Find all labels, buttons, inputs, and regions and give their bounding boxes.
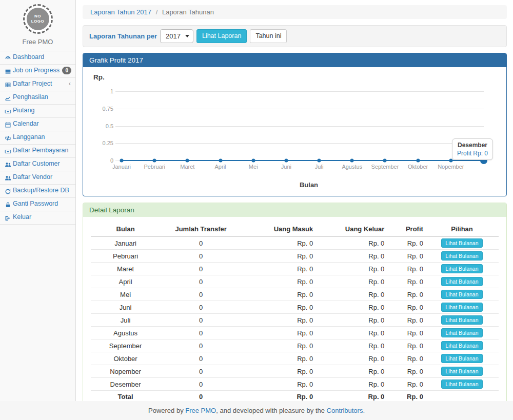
- sidebar-item-daftar-project[interactable]: Daftar Project‹: [0, 78, 75, 91]
- sidebar-item-langganan[interactable]: Langganan: [0, 131, 75, 145]
- cell-profit: Rp. 0: [386, 314, 425, 327]
- cell-uang-masuk: Rp. 0: [242, 339, 315, 352]
- lihat-bulanan-button[interactable]: Lihat Bulanan: [441, 315, 482, 325]
- breadcrumb-link[interactable]: Laporan Tahun 2017: [90, 8, 151, 16]
- filter-label: Laporan Tahunan per: [89, 32, 157, 40]
- cell-profit: Rp. 0: [386, 327, 425, 339]
- sidebar-item-piutang[interactable]: Piutang: [0, 105, 75, 118]
- lihat-laporan-button[interactable]: Lihat Laporan: [196, 29, 247, 43]
- chart-gridline: [115, 91, 484, 92]
- chart-ytick-label: 0.5: [95, 123, 113, 129]
- sidebar-menu: DashboardJob on Progress0Daftar Project‹…: [0, 51, 75, 225]
- cell-uang-keluar: Rp. 0: [315, 327, 386, 339]
- cell-jumlah-transfer: 0: [160, 378, 242, 391]
- chart-ytick-label: 0.25: [95, 140, 113, 146]
- sidebar-item-calendar[interactable]: Calendar: [0, 118, 75, 131]
- cell-bulan: Mei: [91, 288, 160, 301]
- table-row: Mei0Rp. 0Rp. 0Rp. 0Lihat Bulanan: [91, 288, 499, 301]
- chart-data-point-agustus: [350, 159, 354, 163]
- sidebar-item-daftar-customer[interactable]: Daftar Customer: [0, 158, 75, 171]
- chart-data-point-juli: [318, 159, 321, 163]
- sidebar-item-dashboard[interactable]: Dashboard: [0, 51, 75, 65]
- chart-data-point-oktober: [416, 159, 420, 163]
- chart-xtick-label: Maret: [180, 164, 194, 170]
- cell-uang-masuk: Rp. 0: [242, 301, 315, 314]
- lihat-bulanan-button[interactable]: Lihat Bulanan: [441, 277, 482, 286]
- cell-profit: Rp. 0: [386, 250, 425, 263]
- lihat-bulanan-button[interactable]: Lihat Bulanan: [441, 264, 482, 273]
- lihat-bulanan-button[interactable]: Lihat Bulanan: [441, 290, 482, 299]
- sidebar-item-daftar-vendor[interactable]: Daftar Vendor: [0, 171, 75, 185]
- sidebar-item-label: Daftar Vendor: [13, 173, 52, 181]
- cell-bulan: Oktober: [91, 352, 160, 365]
- chart-ytick-label: 0.75: [95, 106, 113, 112]
- cell-jumlah-transfer: 0: [160, 352, 242, 365]
- sidebar-item-daftar-pembayaran[interactable]: Daftar Pembayaran: [0, 145, 75, 158]
- sign-out-icon: [4, 214, 12, 222]
- cell-uang-keluar: Rp. 0: [315, 365, 386, 378]
- cell-bulan: Juli: [91, 314, 160, 327]
- cell-uang-masuk: Rp. 0: [242, 236, 315, 250]
- cell-uang-keluar: Rp. 0: [315, 288, 386, 301]
- footer-contributors-link[interactable]: Contributors.: [327, 407, 365, 414]
- chart-gridline: [115, 109, 484, 109]
- breadcrumb-current: Laporan Tahunan: [162, 8, 214, 16]
- cell-uang-masuk: Rp. 0: [242, 275, 315, 288]
- chart-panel-title: Grafik Profit 2017: [83, 53, 506, 67]
- table-row: Januari0Rp. 0Rp. 0Rp. 0Lihat Bulanan: [91, 236, 499, 250]
- sidebar-item-keluar[interactable]: Keluar: [0, 211, 75, 225]
- chevron-left-icon: ‹: [69, 79, 71, 87]
- sidebar-item-label: Dashboard: [13, 53, 44, 61]
- sidebar-item-penghasilan[interactable]: Penghasilan: [0, 91, 75, 105]
- cell-jumlah-transfer: 0: [160, 275, 242, 288]
- column-header: Pilihan: [425, 222, 499, 236]
- sidebar-item-backup-restore-db[interactable]: Backup/Restore DB: [0, 185, 75, 198]
- lihat-bulanan-button[interactable]: Lihat Bulanan: [441, 367, 482, 376]
- chart-data-point-januari: [120, 159, 124, 163]
- sidebar-item-label: Langganan: [13, 133, 45, 141]
- cell-uang-keluar: Rp. 0: [315, 275, 386, 288]
- cell-profit: Rp. 0: [386, 263, 425, 275]
- footer-app-link[interactable]: Free PMO: [185, 407, 216, 414]
- lihat-bulanan-button[interactable]: Lihat Bulanan: [441, 303, 482, 312]
- cell-bulan: April: [91, 275, 160, 288]
- lihat-bulanan-button[interactable]: Lihat Bulanan: [441, 354, 482, 363]
- chart-data-point-juni: [284, 159, 288, 163]
- app-name: Free PMO: [0, 38, 75, 46]
- cell-uang-keluar: Rp. 0: [315, 263, 386, 275]
- report-filter-panel: Laporan Tahunan per 2017 Lihat Laporan T…: [83, 25, 507, 47]
- profit-chart-plot: Desember Profit Rp: 0 00.250.50.751Janua…: [122, 91, 484, 161]
- sidebar-item-ganti-password[interactable]: Ganti Password: [0, 198, 75, 211]
- lihat-bulanan-button[interactable]: Lihat Bulanan: [441, 341, 482, 350]
- cell-jumlah-transfer: 0: [160, 263, 242, 275]
- chart-xtick-label: Pebruari: [144, 164, 165, 170]
- dashboard-icon: [4, 54, 12, 62]
- table-row: April0Rp. 0Rp. 0Rp. 0Lihat Bulanan: [91, 275, 499, 288]
- lihat-bulanan-button[interactable]: Lihat Bulanan: [441, 328, 482, 337]
- cell-jumlah-transfer: 0: [160, 314, 242, 327]
- cell-bulan: Desember: [91, 378, 160, 391]
- chart-y-axis-label: Rp.: [93, 73, 496, 81]
- cell-uang-masuk: Rp. 0: [242, 314, 315, 327]
- tahun-ini-button[interactable]: Tahun ini: [250, 29, 287, 43]
- lihat-bulanan-button[interactable]: Lihat Bulanan: [441, 238, 482, 248]
- chart-ytick-label: 0: [95, 157, 113, 164]
- sidebar-item-job-on-progress[interactable]: Job on Progress0: [0, 65, 75, 78]
- table-row: Nopember0Rp. 0Rp. 0Rp. 0Lihat Bulanan: [91, 365, 499, 378]
- table-row: Desember0Rp. 0Rp. 0Rp. 0Lihat Bulanan: [91, 378, 499, 391]
- cell-profit: Rp. 0: [386, 339, 425, 352]
- cell-jumlah-transfer: 0: [160, 236, 242, 250]
- chart-tooltip: Desember Profit Rp: 0: [452, 138, 493, 160]
- lihat-bulanan-button[interactable]: Lihat Bulanan: [441, 251, 482, 261]
- cell-uang-keluar: Rp. 0: [315, 314, 386, 327]
- year-select[interactable]: 2017: [160, 29, 193, 43]
- app-logo: NO LOGO: [23, 4, 53, 34]
- chart-xtick-label: Nopember: [438, 164, 464, 170]
- lihat-bulanan-button[interactable]: Lihat Bulanan: [441, 379, 482, 389]
- footer: Powered by Free PMO, and developed with …: [0, 401, 513, 420]
- cell-bulan: Maret: [91, 263, 160, 275]
- logo-text-line2: LOGO: [31, 19, 45, 24]
- cell-jumlah-transfer: 0: [160, 365, 242, 378]
- chart-ytick-label: 1: [95, 88, 113, 94]
- cell-profit: Rp. 0: [386, 288, 425, 301]
